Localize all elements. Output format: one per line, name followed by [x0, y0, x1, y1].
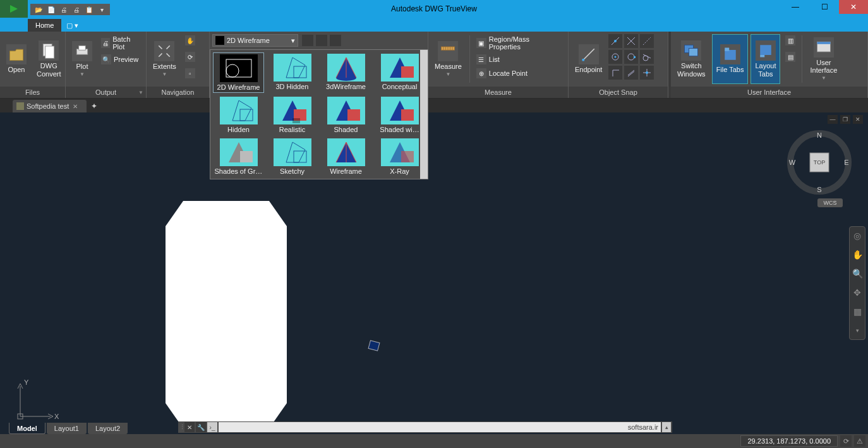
open-button[interactable]: Open: [3, 34, 30, 84]
user-interface-button[interactable]: User Interface ▼: [806, 34, 841, 84]
osnap-extension[interactable]: [640, 34, 654, 48]
osnap-midpoint[interactable]: [608, 34, 622, 48]
panel-measure-title: Measure: [428, 87, 568, 98]
gallery-item-3d-hidden[interactable]: 3D Hidden: [267, 52, 318, 93]
svg-rect-39: [401, 151, 414, 162]
nav-zoom-icon[interactable]: 🔍: [851, 267, 864, 280]
dwg-convert-button[interactable]: DWG Convert: [33, 34, 65, 84]
cmd-close-icon[interactable]: ✕: [184, 422, 195, 432]
gallery-item-shaded[interactable]: Shaded: [320, 95, 371, 135]
doc-tab-new[interactable]: ✦: [88, 100, 100, 112]
osnap-tangent[interactable]: [640, 50, 654, 64]
endpoint-button[interactable]: Endpoint: [571, 34, 606, 84]
doc-tab-close-icon[interactable]: ✕: [73, 103, 78, 110]
qat-copy-icon[interactable]: 📋: [83, 4, 95, 15]
gallery-item-realistic[interactable]: Realistic: [267, 95, 318, 135]
maximize-button[interactable]: ☐: [810, 0, 839, 14]
window-title: Autodesk DWG TrueView: [391, 4, 477, 13]
viewcube[interactable]: TOP N E S W: [785, 128, 854, 197]
osnap-perpendicular[interactable]: [608, 66, 622, 80]
vp-minimize-icon[interactable]: —: [828, 115, 838, 124]
nav-showmotion-icon[interactable]: ▦: [851, 305, 864, 318]
gallery-item-sketchy[interactable]: Sketchy: [267, 137, 318, 176]
viewcube-s: S: [817, 186, 821, 193]
panel-output-title[interactable]: Output▼: [66, 87, 146, 98]
osnap-intersection[interactable]: [624, 34, 638, 48]
orbit-button[interactable]: ⟳: [183, 51, 198, 63]
window-controls: — ☐ ✕: [781, 0, 868, 14]
cmd-prompt-icon[interactable]: ›_: [207, 422, 217, 432]
layout-tabs-button[interactable]: Layout Tabs: [750, 34, 780, 84]
layout-tab-layout1[interactable]: Layout1: [47, 423, 87, 434]
command-input[interactable]: [219, 422, 661, 432]
extents-button[interactable]: Extents ▼: [149, 34, 180, 84]
ribbon: Open DWG Convert Files Plot ▼ 🖨Batch Plo…: [0, 32, 868, 99]
locate-icon: ⊕: [476, 68, 486, 78]
vp-close-icon[interactable]: ✕: [853, 115, 863, 124]
file-tabs-button[interactable]: File Tabs: [712, 34, 749, 84]
switch-windows-button[interactable]: Switch Windows: [673, 34, 709, 84]
qat-dropdown-icon[interactable]: ▾: [96, 4, 107, 15]
gallery-item-shades-of-gray[interactable]: Shades of Gray: [213, 137, 264, 176]
list-button[interactable]: ☰List: [474, 53, 565, 66]
nav-wheel-icon[interactable]: ◎: [851, 229, 864, 242]
close-button[interactable]: ✕: [839, 0, 868, 14]
gallery-scrollbar[interactable]: [420, 50, 428, 179]
nav-more-button[interactable]: ▫: [183, 67, 198, 80]
gallery-item-2d-wireframe[interactable]: 2D Wireframe: [213, 52, 264, 93]
status-icon-2[interactable]: ⚠: [854, 435, 865, 447]
svg-rect-36: [401, 109, 414, 121]
gallery-item-x-ray[interactable]: X-Ray: [374, 137, 425, 176]
svg-rect-38: [294, 151, 306, 162]
qat-print2-icon[interactable]: 🖨: [71, 4, 82, 15]
osnap-quadrant[interactable]: [624, 50, 638, 64]
minimize-button[interactable]: —: [781, 0, 810, 14]
drawing-viewport[interactable]: Y X ⋮ ✕ 🔧 ›_ ▴ — ❐ ✕ TOP N E S W WCS ◎ ✋…: [0, 112, 868, 434]
region-icon: ▣: [476, 38, 486, 48]
cmd-history-icon[interactable]: ▴: [662, 422, 671, 432]
nav-expand-icon[interactable]: ▾: [851, 324, 864, 337]
vp-restore-icon[interactable]: ❐: [840, 115, 850, 124]
gallery-item-shaded-wi-[interactable]: Shaded wi…: [374, 95, 425, 135]
ui-small-1[interactable]: ▥: [783, 34, 798, 47]
plot-button[interactable]: Plot ▼: [68, 34, 96, 84]
osnap-node[interactable]: [640, 66, 654, 80]
gallery-item-wireframe[interactable]: Wireframe: [320, 137, 371, 176]
doc-tab-active[interactable]: Softpedia test ✕: [13, 100, 87, 112]
vs-icon-3[interactable]: [330, 35, 341, 46]
osnap-parallel[interactable]: [624, 66, 638, 80]
batch-plot-button[interactable]: 🖨Batch Plot: [99, 34, 143, 52]
svg-rect-27: [226, 59, 251, 77]
tab-extra[interactable]: ▢ ▾: [63, 19, 81, 32]
osnap-center[interactable]: [608, 50, 622, 64]
wcs-badge[interactable]: WCS: [817, 198, 843, 207]
measure-button[interactable]: Measure ▼: [431, 34, 466, 84]
pan-button[interactable]: ✋: [183, 34, 198, 47]
nav-pan-icon[interactable]: ✋: [851, 248, 864, 261]
svg-point-8: [615, 56, 617, 58]
panel-output: Plot ▼ 🖨Batch Plot 🔍Preview Output▼: [66, 32, 147, 98]
locate-point-button[interactable]: ⊕Locate Point: [474, 67, 565, 80]
cmd-wrench-icon[interactable]: 🔧: [196, 422, 206, 432]
region-props-button[interactable]: ▣Region/Mass Properties: [474, 34, 565, 52]
layout-tab-layout2[interactable]: Layout2: [88, 423, 128, 434]
panel-files: Open DWG Convert Files: [0, 32, 66, 98]
nav-orbit-icon[interactable]: ✥: [851, 286, 864, 299]
gallery-item-3dwireframe[interactable]: 3dWireframe: [320, 52, 371, 93]
visual-style-combo[interactable]: 2D Wireframe ▾: [212, 34, 298, 47]
vs-icon-2[interactable]: [316, 35, 327, 46]
gallery-item-conceptual[interactable]: Conceptual: [374, 52, 425, 93]
layout-tab-model[interactable]: Model: [9, 423, 45, 434]
ui-small-2[interactable]: ▤: [783, 51, 798, 63]
batch-plot-icon: 🖨: [101, 38, 110, 48]
qat-open-icon[interactable]: 📂: [33, 4, 44, 15]
preview-button[interactable]: 🔍Preview: [99, 53, 143, 66]
vs-icon-1[interactable]: [302, 35, 313, 46]
status-icon-1[interactable]: ⟳: [840, 435, 852, 447]
qat-print-icon[interactable]: 🖨: [58, 4, 69, 15]
svg-rect-35: [347, 109, 360, 121]
gallery-item-hidden[interactable]: Hidden: [213, 95, 264, 135]
tab-home[interactable]: Home: [28, 19, 61, 32]
app-menu-button[interactable]: [0, 0, 28, 18]
qat-save-icon[interactable]: 📄: [45, 4, 57, 15]
